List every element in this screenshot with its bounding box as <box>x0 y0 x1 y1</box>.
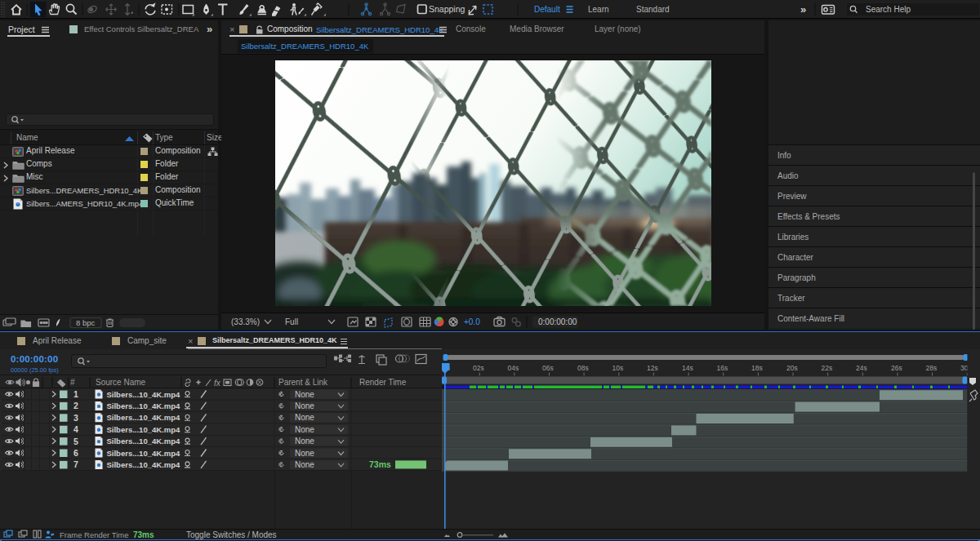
svg-text:20s: 20s <box>786 364 798 372</box>
svg-text:#: # <box>70 378 75 387</box>
svg-text:Learn: Learn <box>588 5 609 14</box>
svg-text:30: 30 <box>960 364 969 372</box>
svg-text:73ms: 73ms <box>369 459 391 469</box>
svg-text:02s: 02s <box>473 364 484 372</box>
svg-text:8 bpc: 8 bpc <box>76 318 95 327</box>
svg-text:(33.3%): (33.3%) <box>231 317 260 326</box>
svg-text:28s: 28s <box>926 364 938 372</box>
svg-text:Standard: Standard <box>636 5 670 14</box>
svg-text:04s: 04s <box>508 364 519 372</box>
svg-text:16s: 16s <box>717 364 728 372</box>
svg-text:»: » <box>800 3 806 16</box>
svg-text:08s: 08s <box>577 364 589 372</box>
svg-text:Frame Render Time: Frame Render Time <box>60 530 128 539</box>
svg-text:06s: 06s <box>542 364 554 372</box>
svg-text:2: 2 <box>74 401 78 410</box>
svg-text:6: 6 <box>74 448 78 458</box>
svg-text:Full: Full <box>285 317 298 326</box>
svg-text:1: 1 <box>74 389 78 399</box>
svg-text:Search Help: Search Help <box>866 5 911 14</box>
svg-text:10s: 10s <box>612 364 624 372</box>
svg-text:18s: 18s <box>751 364 763 372</box>
svg-text:7: 7 <box>74 459 78 469</box>
svg-text:3: 3 <box>74 413 78 423</box>
svg-text:Snapping: Snapping <box>429 4 466 14</box>
svg-text:22s: 22s <box>822 364 833 372</box>
svg-text:Parent & Link: Parent & Link <box>278 378 328 387</box>
svg-text:Source Name: Source Name <box>96 378 146 387</box>
svg-text:5: 5 <box>74 437 78 446</box>
svg-text:12s: 12s <box>647 364 658 372</box>
svg-text:0:00:00:00: 0:00:00:00 <box>538 317 577 326</box>
svg-text:24s: 24s <box>856 364 867 372</box>
svg-text:4: 4 <box>74 424 78 434</box>
svg-text:14s: 14s <box>682 364 693 372</box>
svg-text:73ms: 73ms <box>133 530 154 539</box>
svg-text:Render Time: Render Time <box>359 378 407 387</box>
svg-text:Toggle Switches / Modes: Toggle Switches / Modes <box>186 530 277 539</box>
svg-text:Default: Default <box>534 5 560 14</box>
svg-text:26s: 26s <box>891 364 902 372</box>
svg-text:+0.0: +0.0 <box>464 317 480 326</box>
svg-text:fx: fx <box>214 379 221 388</box>
